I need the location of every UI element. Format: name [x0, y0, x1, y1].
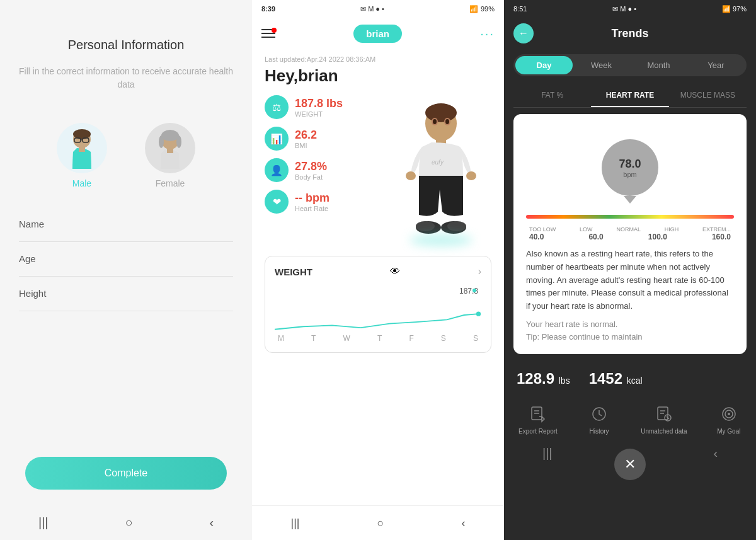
unmatched-data-action[interactable]: Unmatched data [641, 403, 687, 435]
weight-chart-svg [275, 296, 481, 334]
panel2-nav-home[interactable]: ○ [377, 517, 384, 530]
status-bar-3: 8:51 ✉ M ● • 📶 97% [504, 0, 756, 18]
svg-point-15 [406, 171, 416, 180]
complete-button[interactable]: Complete [25, 457, 227, 490]
avatar-glow [410, 234, 472, 246]
chart-dot [472, 289, 476, 292]
gender-male[interactable]: Male [57, 123, 107, 188]
chevron-right-icon[interactable]: › [478, 266, 481, 277]
svg-rect-5 [79, 147, 85, 152]
gauge-num-160: 160.0 [712, 233, 731, 241]
heartrate-info: -- bpm Heart Rate [295, 192, 329, 212]
period-tabs: Day Week Month Year [513, 54, 747, 76]
eye-icon[interactable]: 👁 [390, 266, 400, 277]
name-field[interactable]: Name [19, 207, 233, 242]
gauge-container: 78.0 bpm [526, 127, 734, 202]
svg-point-16 [466, 171, 476, 180]
day-S1: S [441, 334, 446, 343]
p3-nav-back[interactable]: ||| [542, 446, 553, 461]
bottom-kcal-stat: 1452 kcal [589, 370, 643, 388]
notification-dot [272, 28, 277, 33]
bodyfat-value: 27.8% [295, 160, 327, 173]
svg-text:eufy: eufy [432, 159, 444, 166]
status-bar-2: 8:39 ✉ M ● • 📶 99% [252, 0, 504, 18]
p3-nav-recent[interactable]: ‹ [713, 446, 718, 461]
tip-text: Tip: Please continue to maintain [526, 332, 734, 342]
panel2-nav-back[interactable]: ||| [291, 517, 300, 530]
back-button[interactable]: ← [513, 23, 534, 43]
main-content: Last updated:Apr.24 2022 08:36:AM Hey,br… [252, 49, 504, 505]
greeting-text: Hey,brian [265, 66, 491, 86]
trends-title: Trends [611, 27, 648, 40]
svg-point-19 [416, 221, 435, 231]
menu-icon[interactable] [261, 29, 275, 38]
close-fab-button[interactable]: ✕ [614, 449, 646, 480]
day-W: W [343, 334, 350, 343]
tab-year[interactable]: Year [687, 56, 745, 74]
stats-list: ⚖ 187.8 lbs WEIGHT 📊 26.2 BMI 👤 [265, 95, 391, 246]
panel2-nav-recent[interactable]: ‹ [461, 517, 465, 530]
avatar-figure: eufy [391, 95, 491, 246]
age-field[interactable]: Age [19, 242, 233, 277]
days-row: M T W T F S S [275, 334, 481, 343]
tab-day[interactable]: Day [515, 56, 573, 74]
tab-month[interactable]: Month [630, 56, 687, 74]
bottom-weight-value: 128.9 lbs [517, 370, 570, 388]
label-extreme: EXTREM... [702, 226, 731, 233]
weight-icon: ⚖ [265, 95, 289, 119]
label-high: HIGH [665, 226, 679, 233]
label-too-low: TOO LOW [529, 226, 556, 233]
weight-chart-area: 187.8 [275, 284, 481, 334]
panel2-nav: ||| ○ ‹ [252, 505, 504, 540]
gauge-num-40: 40.0 [529, 233, 544, 241]
nav-home-icon[interactable]: ○ [125, 515, 132, 530]
nav-back-icon[interactable]: ||| [38, 515, 49, 530]
history-action[interactable]: History [587, 403, 612, 435]
bottom-weight-unit: lbs [559, 376, 570, 386]
export-report-action[interactable]: Export Report [518, 403, 558, 435]
svg-point-12 [425, 103, 457, 122]
status-icons-3: ✉ M ● • [612, 5, 636, 13]
panel1-nav: ||| ○ ‹ [0, 505, 252, 540]
my-goal-label: My Goal [717, 428, 740, 435]
wifi-icon: 📶 [469, 5, 478, 13]
bottom-weight-stat: 128.9 lbs [517, 370, 570, 388]
name-label: Name [19, 219, 44, 229]
unmatched-data-label: Unmatched data [641, 428, 687, 435]
tab-fat[interactable]: FAT % [513, 84, 591, 107]
battery-2: 99% [481, 5, 495, 13]
main-app-panel: 8:39 ✉ M ● • 📶 99% brian ··· Last update… [252, 0, 504, 540]
svg-point-8 [159, 135, 164, 148]
weight-card-title: WEIGHT [275, 267, 312, 277]
bmi-icon: 📊 [265, 127, 289, 151]
gauge-num-60: 60.0 [588, 233, 603, 241]
bodyfat-info: 27.8% Body Fat [295, 160, 327, 181]
nav-recent-icon[interactable]: ‹ [209, 515, 214, 530]
gauge-num-100: 100.0 [648, 233, 667, 241]
my-goal-action[interactable]: My Goal [716, 403, 742, 435]
svg-point-25 [476, 312, 481, 316]
heartrate-label: Heart Rate [295, 205, 329, 212]
bottom-stats: 128.9 lbs 1452 kcal [504, 360, 756, 397]
height-field[interactable]: Height [19, 277, 233, 311]
gauge-bubble: 78.0 bpm [602, 139, 658, 196]
export-report-icon [525, 403, 551, 425]
bodyfat-stat: 👤 27.8% Body Fat [265, 158, 391, 182]
tab-heartrate[interactable]: HEART RATE [591, 84, 668, 107]
day-S2: S [473, 334, 478, 343]
tab-week[interactable]: Week [573, 56, 630, 74]
more-options-icon[interactable]: ··· [480, 26, 495, 41]
tab-muscle[interactable]: MUSCLE MASS [669, 84, 747, 107]
weight-info: 187.8 lbs WEIGHT [295, 97, 343, 118]
metric-tabs: FAT % HEART RATE MUSCLE MASS [513, 84, 747, 108]
gender-female[interactable]: Female [145, 123, 195, 188]
male-avatar [57, 123, 107, 173]
svg-rect-10 [167, 148, 173, 153]
history-icon [587, 403, 612, 425]
description-text: Also known as a resting heart rate, this… [526, 248, 734, 313]
bottom-action-bar: Export Report History Unmatched data My … [504, 397, 756, 438]
label-normal: NORMAL [616, 226, 641, 233]
day-M: M [278, 334, 284, 343]
panel1-subtitle: Fill in the correct information to recei… [13, 65, 239, 91]
last-updated-text: Last updated:Apr.24 2022 08:36:AM [265, 55, 491, 63]
